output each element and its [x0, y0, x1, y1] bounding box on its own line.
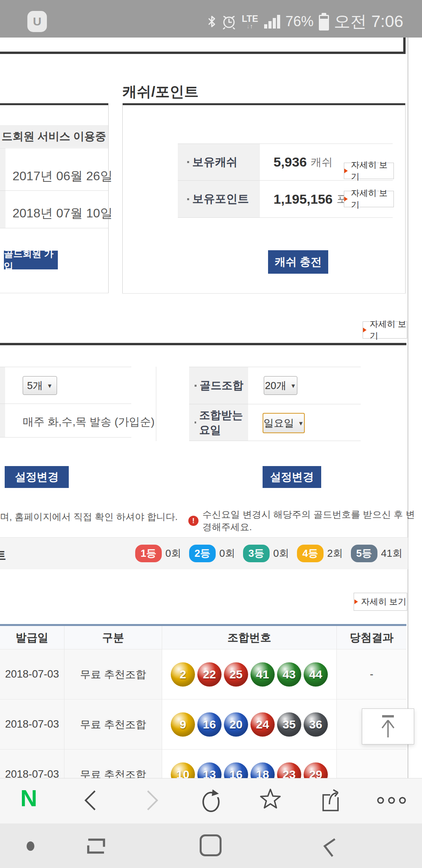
- carrier-logo-icon: U: [27, 11, 47, 32]
- gold-label-column: [0, 148, 5, 228]
- screen: U LTE ↓↑ 76% 오전 7:06: [0, 0, 422, 868]
- table-row: 2018-07-03 무료 추천조합 2 22 25 41 43 44 -: [0, 649, 406, 699]
- lotto-ball: 2: [171, 662, 195, 687]
- ball-set: 9 16 20 24 35 36: [162, 699, 337, 750]
- ball-set: 2 22 25 41 43 44: [162, 649, 337, 699]
- schedule-text: 매주 화,수,목 발송 (가입순): [23, 414, 155, 429]
- data-activity-icon: ↓↑: [247, 23, 253, 29]
- settings-left-line-bottom: [0, 437, 131, 438]
- point-detail-button[interactable]: 자세히 보기: [344, 191, 394, 207]
- scroll-to-top-button[interactable]: [362, 708, 414, 744]
- refresh-icon[interactable]: [200, 788, 224, 814]
- gold-combo-dropdown[interactable]: 20개 ▼: [264, 376, 297, 395]
- battery-percent: 76%: [286, 13, 314, 30]
- gold-panel-top-border: [0, 103, 109, 105]
- settings-left-label-column: [0, 367, 5, 404]
- table-detail-button[interactable]: 자세히 보기: [354, 593, 407, 611]
- alarm-icon: [221, 14, 237, 29]
- back-icon[interactable]: [81, 788, 100, 813]
- browser-toolbar: N: [0, 778, 422, 824]
- count-dropdown[interactable]: 5개 ▼: [23, 376, 57, 395]
- lotto-ball: 24: [250, 712, 275, 737]
- gold-panel-header: 드회원 서비스 이용중: [0, 125, 108, 147]
- issue-date: 2018-07-03: [0, 699, 64, 750]
- rank-3-count: 0회: [273, 547, 289, 560]
- nav-hide-dot[interactable]: [27, 841, 34, 851]
- lotto-ball: 41: [250, 662, 275, 687]
- rank-4-badge: 4등: [297, 545, 324, 562]
- settings-right-notice: ! 수신요일 변경시 해당주의 골드번호를 받으신 후 변경해주세요.: [188, 508, 422, 533]
- settings-right-line-bottom: [189, 441, 361, 441]
- cash-label-cell: 보유캐쉬: [178, 144, 260, 180]
- combo-type: 무료 추천조합: [64, 649, 162, 699]
- settings-left-label-column: [0, 404, 5, 437]
- clock: 오전 7:06: [334, 11, 403, 32]
- column-header: 당첨결과: [337, 626, 406, 649]
- network-type-indicator: LTE ↓↑: [242, 14, 258, 29]
- clipped-heading-fragment: 트: [0, 547, 6, 564]
- gold-row-line-top: [0, 148, 108, 148]
- gold-panel-right-border: [108, 103, 109, 293]
- bookmark-star-icon[interactable]: [259, 788, 281, 811]
- lotto-ball: 36: [304, 712, 328, 737]
- combo-day-dropdown[interactable]: 일요일 ▼: [263, 413, 305, 433]
- android-nav-bar: [0, 823, 422, 868]
- arrow-up-to-top-icon: [376, 713, 400, 740]
- back-nav-icon[interactable]: [319, 834, 339, 858]
- settings-left-line-top: [0, 367, 131, 367]
- bullet-icon: [195, 385, 197, 387]
- settings-left-apply-button[interactable]: 설정변경: [5, 466, 69, 488]
- rank-5-count: 41회: [381, 547, 402, 560]
- cash-table-line-bottom: [178, 217, 393, 218]
- lotto-ball: 25: [224, 662, 248, 687]
- lotto-ball: 43: [277, 662, 301, 687]
- rank-1-badge: 1등: [135, 545, 162, 562]
- chevron-down-icon: ▼: [298, 420, 304, 427]
- rank-5-badge: 5등: [351, 545, 377, 562]
- cash-detail-button[interactable]: 자세히 보기: [344, 163, 394, 179]
- settings-column-divider: [156, 367, 156, 441]
- home-icon[interactable]: [200, 834, 222, 856]
- lotto-ball: 44: [304, 662, 328, 687]
- cash-charge-button[interactable]: 캐쉬 충전: [268, 250, 328, 274]
- table-header-row: 발급일 구분 조합번호 당첨결과: [0, 626, 406, 649]
- gold-end-date: 2018년 07월 10일: [13, 205, 113, 222]
- cash-value: 5,936 캐쉬: [274, 144, 333, 180]
- rank-4-count: 2회: [327, 547, 343, 560]
- lotto-ball: 9: [171, 712, 195, 737]
- settings-right-apply-button[interactable]: 설정변경: [263, 466, 321, 488]
- exclamation-icon: !: [188, 516, 198, 526]
- point-label-cell: 보유포인트: [178, 181, 260, 217]
- issue-date: 2018-07-03: [0, 649, 64, 699]
- bluetooth-icon: [207, 14, 216, 29]
- combo-day-label-cell: 조합받는요일: [189, 404, 248, 441]
- lotto-ball: 22: [197, 662, 222, 687]
- chevron-down-icon: ▼: [47, 382, 53, 389]
- naver-logo[interactable]: N: [20, 785, 37, 812]
- cash-panel-top-border: [122, 103, 406, 105]
- section-title-cash-point: 캐쉬/포인트: [122, 82, 198, 102]
- share-icon[interactable]: [320, 788, 342, 813]
- arrow-right-icon: [344, 197, 348, 201]
- recents-icon[interactable]: [83, 836, 109, 856]
- section-divider: [0, 343, 406, 345]
- cash-panel-left-border: [122, 103, 123, 294]
- winning-stats-bar: 트 1등 0회 2등 0회 3등 0회 4등 2회 5등 41회: [0, 537, 408, 569]
- more-menu-icon[interactable]: [376, 796, 407, 805]
- gold-combo-label-cell: 골드조합: [189, 367, 248, 404]
- gold-join-button[interactable]: 골드회원 가입: [4, 251, 58, 269]
- section-detail-button[interactable]: 자세히 보기: [363, 321, 407, 339]
- forward-icon[interactable]: [143, 788, 162, 813]
- page-right-edge: [408, 38, 408, 778]
- gold-panel-header-label: 드회원 서비스 이용중: [2, 129, 106, 144]
- chevron-down-icon: ▼: [290, 382, 296, 389]
- bullet-icon: [187, 198, 189, 200]
- gold-row-line-bottom: [0, 228, 108, 228]
- bullet-icon: [187, 161, 189, 163]
- rank-2-badge: 2등: [189, 545, 216, 562]
- lotto-ball: 16: [197, 712, 222, 737]
- table-row: 2018-07-03 무료 추천조합 9 16 20 24 35 36: [0, 699, 406, 750]
- signal-strength-icon: [263, 14, 281, 29]
- cash-panel-right-border: [405, 103, 406, 294]
- rank-2-count: 0회: [219, 547, 235, 560]
